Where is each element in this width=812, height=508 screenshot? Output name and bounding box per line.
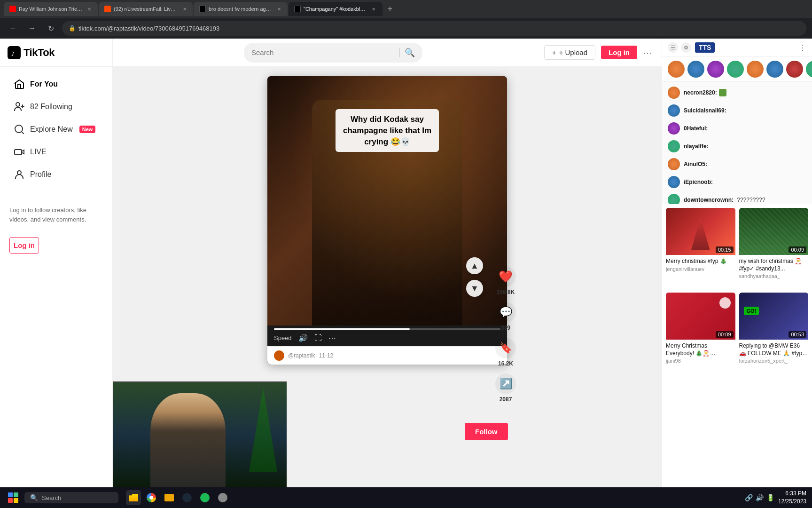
chat-username-4: nlayalffe: (684, 143, 709, 150)
follow-button[interactable]: Follow (465, 423, 508, 440)
video-navigation: ▲ ▼ (466, 257, 483, 297)
steam-icon (182, 493, 192, 502)
thumb-info-1: Merry christmas #fyp 🎄 jenganirvillanuev… (666, 255, 735, 282)
nav-item-for-you[interactable]: For You (4, 73, 109, 95)
reload-button[interactable]: ↻ (43, 21, 58, 36)
start-button[interactable] (6, 490, 21, 505)
thumb-duration-2: 00:09 (789, 246, 806, 253)
header-more-icon[interactable]: ⋯ (643, 47, 652, 58)
like-button[interactable]: ❤️ 159.8K (495, 266, 516, 295)
sidebar: ♪ TikTok For You (0, 39, 113, 487)
video-progress-fill (274, 328, 410, 330)
tab-favicon-reddit (104, 6, 111, 12)
user-avatar-3[interactable] (707, 61, 724, 78)
user-avatar-7[interactable] (786, 61, 803, 78)
nav-item-live[interactable]: LIVE (4, 141, 109, 163)
user-avatar-8[interactable] (806, 61, 812, 78)
taskbar-app-steam[interactable] (180, 490, 195, 505)
save-button[interactable]: 🔖 16.2K (495, 338, 516, 367)
nav-label-explore: Explore New (30, 125, 73, 134)
user-avatar-5[interactable] (747, 61, 764, 78)
search-icon[interactable]: 🔍 (405, 48, 415, 58)
tab-tiktok2[interactable]: "Champagany" #kodakblb... ✕ (289, 2, 383, 16)
video-feed: Why did Kodak say champagne like that Im… (113, 67, 662, 487)
thumb-card-2[interactable]: 00:09 my wish for christmas 🎅 #fyp✓ #san… (739, 208, 809, 289)
upload-button[interactable]: + + Upload (544, 45, 595, 60)
nav-item-profile[interactable]: Profile (4, 164, 109, 185)
thumb-duration-4: 00:53 (789, 331, 806, 338)
thumb-card-1[interactable]: 00:15 Merry christmas #fyp 🎄 jenganirvil… (666, 208, 735, 289)
tab-tiktok1[interactable]: bro doesnt fw modern agricul... ✕ (194, 2, 288, 16)
back-button[interactable]: ← (6, 21, 21, 36)
url-text: tiktok.com/@raptastik/video/730068495176… (78, 25, 219, 32)
scroll-up-button[interactable]: ▲ (466, 257, 483, 274)
taskbar-search-bar[interactable]: 🔍 (24, 492, 118, 503)
taskbar-app-misc[interactable] (215, 490, 230, 505)
video-controls: Speed 🔊 ⛶ ⋯ (267, 325, 507, 346)
header-login-button[interactable]: Log in (601, 46, 637, 59)
chat-message-3: 0Hateful: (684, 125, 708, 132)
chat-message-5: AinulO5: (684, 161, 707, 167)
chat-text-7: ????????? (737, 197, 765, 203)
panel-more-icon[interactable]: ⋮ (799, 43, 806, 52)
user-avatar-6[interactable] (766, 61, 783, 78)
nav-item-following[interactable]: 82 Following (4, 96, 109, 118)
taskbar-app-chrome[interactable] (144, 490, 159, 505)
tab-close-reddit[interactable]: ✕ (182, 6, 187, 12)
volume-icon[interactable]: 🔊 (298, 333, 308, 342)
system-clock[interactable]: 6:33 PM 12/25/2023 (778, 490, 806, 506)
tts-badge[interactable]: TTS (695, 42, 715, 53)
nav-item-explore[interactable]: Explore New New (4, 119, 109, 140)
tab-close-yt[interactable]: ✕ (86, 6, 92, 12)
tab-close-tiktok2[interactable]: ✕ (370, 6, 377, 12)
thumb-likes-3: 0 (699, 364, 703, 373)
tab-label-tiktok2: "Champagany" #kodakblb... (304, 6, 367, 12)
address-bar[interactable]: 🔒 tiktok.com/@raptastik/video/7300684951… (62, 21, 806, 36)
chat-username-2: Suicidalsnail69: (684, 107, 726, 114)
user-avatar-1[interactable] (668, 61, 685, 78)
more-options-icon[interactable]: ⋯ (328, 333, 336, 342)
taskbar-app-explorer[interactable] (126, 490, 141, 505)
tab-yt[interactable]: Ray William Johnson Tried to W... ✕ (4, 2, 98, 16)
video-action-buttons: ❤️ 159.8K 💬 339 🔖 16.2K ↗️ 2087 (495, 266, 516, 403)
thumb-card-3[interactable]: 00:09 Merry Christmas Everybody! 🎄🎅 #chr… (666, 293, 735, 373)
share-button[interactable]: ↗️ 2087 (495, 373, 516, 403)
tray-network-icon[interactable]: 🔗 (745, 494, 753, 501)
tab-label-tiktok1: bro doesnt fw modern agricul... (209, 6, 272, 12)
explorer-icon (129, 494, 138, 501)
win-logo-q3 (8, 498, 13, 503)
video-progress-bar[interactable] (274, 328, 500, 330)
speed-label: Speed (274, 334, 292, 341)
chat-row-6: iEpicnoob: (662, 174, 812, 190)
scroll-down-button[interactable]: ▼ (466, 280, 483, 297)
search-input[interactable] (251, 48, 395, 56)
thumb-card-4[interactable]: GO! 00:53 Replying to @BMW E36 🚗 FOLLOW … (739, 293, 809, 373)
tray-volume-icon[interactable]: 🔊 (756, 494, 764, 501)
sidebar-login-button[interactable]: Log in (9, 237, 39, 254)
security-lock-icon: 🔒 (69, 25, 76, 32)
user-avatar-4[interactable] (727, 61, 744, 78)
fullscreen-icon[interactable]: ⛶ (314, 334, 322, 342)
tray-battery-icon[interactable]: 🔋 (766, 494, 774, 501)
user-avatar-2[interactable] (687, 61, 704, 78)
search-divider (399, 48, 400, 57)
chat-icon-2[interactable]: ⚙ (681, 42, 691, 53)
comment-button[interactable]: 💬 339 (495, 302, 516, 331)
thumb-img-3: 00:09 (666, 293, 735, 340)
chat-message-4: nlayalffe: (684, 143, 709, 150)
video-date: 11-12 (319, 352, 334, 359)
new-tab-button[interactable]: + (383, 2, 397, 16)
tiktok-logo[interactable]: ♪ TikTok (8, 46, 55, 59)
tab-reddit[interactable]: (92) r/LivestreamFail: Livestreams... ✕ (99, 2, 193, 16)
taskbar-search-input[interactable] (42, 494, 108, 501)
tiktok-logo-icon: ♪ (8, 46, 21, 59)
thumb-meta-row-2: 12h ago ❤ 36 (739, 279, 809, 288)
tiktok-logo-text: TikTok (23, 47, 55, 59)
webcam-overlay (113, 381, 287, 487)
forward-button[interactable]: → (24, 21, 39, 36)
search-bar[interactable]: 🔍 (244, 43, 422, 63)
chat-icon-1[interactable]: ☰ (668, 42, 678, 53)
tab-close-tiktok1[interactable]: ✕ (276, 6, 282, 12)
taskbar-app-spotify[interactable] (197, 490, 212, 505)
taskbar-app-files[interactable] (162, 490, 177, 505)
